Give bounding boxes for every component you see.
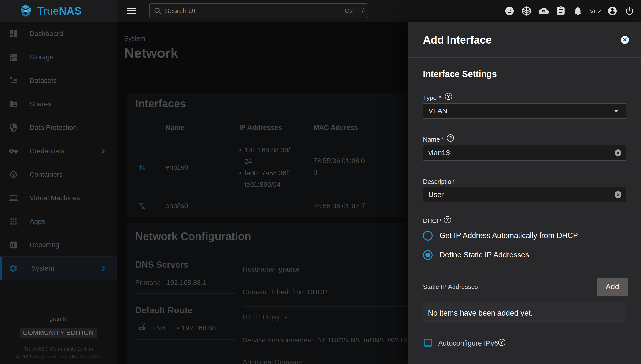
sidebar-item-containers[interactable]: Containers — [0, 163, 117, 186]
sidebar-item-credentials[interactable]: Credentials — [0, 139, 117, 163]
topbar: TrueNAS Search UI Ctrl + / vez — [0, 0, 641, 22]
clear-icon[interactable]: ✕ — [614, 149, 622, 156]
search-shortcut: Ctrl + / — [345, 7, 364, 15]
sidebar-item-dashboard[interactable]: Dashboard — [0, 22, 117, 46]
type-label: Type * — [423, 94, 441, 102]
add-interface-panel: Add Interface ✕ Interface Settings Type … — [408, 22, 641, 364]
autoconfigure-checkbox[interactable] — [424, 339, 432, 347]
sidebar-item-data-protection[interactable]: Data Protection — [0, 116, 117, 139]
footer-edition-line: TrueNAS® Community Edition — [0, 346, 117, 352]
interface-name: enp2s0 — [166, 202, 188, 210]
gear-icon — [9, 264, 18, 273]
jobs-icon[interactable] — [555, 6, 566, 16]
interface-down-icon — [137, 200, 148, 211]
sidebar-item-apps[interactable]: Apps — [0, 210, 117, 233]
search-placeholder: Search UI — [165, 7, 345, 15]
description-input[interactable]: User ✕ — [423, 187, 626, 202]
hostname-row: Hostname:granite — [243, 266, 414, 273]
autoconfigure-help-icon[interactable]: ? — [498, 339, 505, 346]
interface-settings-heading: Interface Settings — [423, 69, 497, 79]
footer-brand-link[interactable]: TrueNAS — [80, 354, 101, 359]
type-help-icon[interactable]: ? — [445, 93, 452, 100]
chevron-right-icon — [100, 265, 106, 272]
dns-primary-row: Primary: 192.168.88.1 — [135, 279, 160, 286]
notifications-bell-icon[interactable] — [572, 6, 584, 16]
dns-servers-heading: DNS Servers — [135, 260, 188, 270]
panel-title: Add Interface — [423, 34, 492, 46]
empty-list-message: No items have been added yet. — [423, 303, 626, 324]
dhcp-label: DHCP — [423, 217, 441, 225]
search-input[interactable]: Search UI Ctrl + / — [149, 4, 368, 18]
edition-badge: COMMUNITY EDITION — [20, 328, 97, 338]
network-config-title: Network Configuration — [135, 230, 251, 242]
name-help-icon[interactable]: ? — [447, 134, 454, 142]
http-proxy-row: HTTP Proxy:- — [243, 313, 414, 321]
col-mac: MAC Address — [314, 124, 358, 132]
static-ips-label: Static IP Addresses — [423, 283, 478, 291]
autoconfigure-label: Autoconfigure IPv6 — [438, 339, 498, 348]
reporting-icon — [9, 240, 18, 250]
laptop-icon — [9, 193, 18, 203]
sidebar-item-system[interactable]: System — [0, 257, 117, 280]
shield-icon — [9, 123, 18, 132]
sidebar: Dashboard Storage Datasets Shares Data P… — [0, 22, 117, 364]
type-select[interactable]: VLAN — [423, 103, 626, 119]
logo[interactable]: TrueNAS — [0, 0, 117, 22]
chevron-down-icon — [614, 110, 618, 112]
description-label: Description — [423, 178, 455, 186]
footer-copyright: © 2025 iXsystems, Inc. dba TrueNAS — [0, 354, 117, 360]
sidebar-item-reporting[interactable]: Reporting — [0, 233, 117, 257]
interface-ips: 192.168.88.30/24 fe80::7a55:36ff:fe01:80… — [239, 144, 292, 190]
sidebar-item-storage[interactable]: Storage — [0, 46, 117, 69]
page-title: Network — [124, 45, 178, 61]
chevron-right-icon — [100, 148, 106, 154]
storage-icon — [9, 52, 18, 62]
shares-icon — [9, 100, 18, 109]
sidebar-item-shares[interactable]: Shares — [0, 92, 117, 116]
sidebar-footer: granite COMMUNITY EDITION TrueNAS® Commu… — [0, 315, 117, 364]
clear-icon[interactable]: ✕ — [614, 191, 622, 198]
additional-domains-row: Additional Domains:- — [243, 358, 414, 364]
col-ip: IP Addresses — [239, 124, 282, 132]
add-button[interactable]: Add — [596, 278, 628, 296]
interface-mac: 78:55:36:01:07:ff — [314, 200, 368, 212]
sidebar-item-virtual-machines[interactable]: Virtual Machines — [0, 186, 117, 210]
breadcrumb[interactable]: System — [124, 35, 146, 42]
hostname: granite — [0, 315, 117, 322]
interface-up-icon — [137, 162, 148, 173]
apps-grid-icon — [9, 217, 18, 226]
truecommand-cloud-icon[interactable] — [538, 6, 549, 16]
datasets-icon — [9, 76, 18, 85]
user-avatar-icon[interactable] — [607, 6, 618, 16]
truenas-logo-icon — [18, 5, 34, 17]
power-icon[interactable] — [624, 6, 635, 16]
interfaces-card-title: Interfaces — [135, 98, 186, 110]
domain-row: Domain:Inherit from DHCP — [243, 288, 414, 296]
close-icon[interactable]: ✕ — [621, 36, 629, 44]
dashboard-icon — [9, 29, 18, 38]
logo-text: TrueNAS — [37, 5, 82, 17]
search-icon — [154, 7, 162, 15]
truenas-status-icon[interactable] — [521, 6, 532, 16]
name-input[interactable]: vlan13 ✕ — [423, 145, 626, 160]
key-icon — [9, 146, 18, 156]
interface-name: enp1s0 — [166, 164, 188, 171]
default-route-heading: Default Route — [135, 305, 192, 316]
menu-toggle-button[interactable] — [127, 8, 136, 14]
interface-mac: 78:55:36:01:08:00 — [314, 155, 368, 178]
router-icon — [138, 322, 147, 331]
dhcp-help-icon[interactable]: ? — [444, 216, 451, 223]
feedback-icon[interactable] — [504, 6, 515, 16]
sidebar-item-datasets[interactable]: Datasets — [0, 69, 117, 92]
radio-dhcp-auto[interactable]: Get IP Address Automatically from DHCP — [423, 231, 578, 240]
username: vez — [590, 7, 602, 15]
radio-static-ip[interactable]: Define Static IP Addresses — [423, 250, 529, 260]
name-label: Name * — [423, 136, 444, 143]
containers-icon — [9, 170, 18, 179]
col-name: Name — [166, 124, 184, 132]
service-announcement-row: Service Announcement:NETBIOS-NS, mDNS, W… — [243, 336, 414, 344]
